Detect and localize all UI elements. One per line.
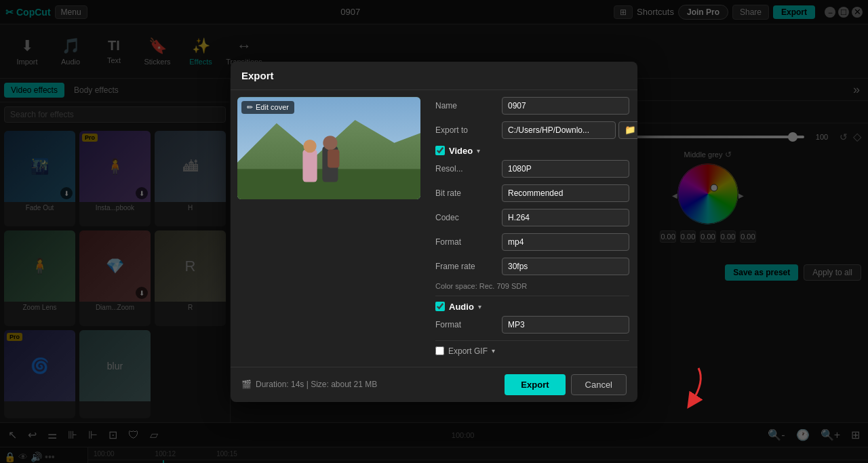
audio-checkbox[interactable] — [435, 302, 445, 311]
name-input[interactable] — [502, 97, 629, 115]
duration-size-text: Duration: 14s | Size: about 21 MB — [256, 380, 377, 389]
modal-title: Export — [241, 70, 274, 81]
svg-point-12 — [323, 136, 337, 150]
video-section-label[interactable]: Video — [449, 146, 473, 156]
export-modal: Export — [231, 62, 637, 402]
audio-section-header: Audio ▾ — [435, 302, 629, 312]
gif-chevron-icon: ▾ — [492, 347, 495, 355]
codec-select[interactable]: H.264 H.265 — [502, 209, 629, 226]
audio-format-select[interactable]: MP3 AAC — [502, 316, 629, 334]
export-path-input[interactable] — [502, 121, 616, 139]
red-arrow-indicator — [665, 361, 719, 416]
svg-point-10 — [303, 139, 316, 152]
codec-row: Codec H.264 H.265 — [435, 209, 629, 226]
resolution-row: Resol... 1080P 720P 4K — [435, 160, 629, 178]
bitrate-select[interactable]: Recommended Low High — [502, 184, 629, 202]
video-chevron-icon: ▾ — [477, 147, 480, 155]
bitrate-label: Bit rate — [435, 188, 496, 198]
video-checkbox[interactable] — [435, 146, 445, 155]
resolution-label: Resol... — [435, 164, 496, 174]
preview-image: ✏ Edit cover — [237, 97, 420, 200]
divider-1 — [435, 296, 629, 296]
framerate-label: Frame rate — [435, 262, 496, 271]
bitrate-row: Bit rate Recommended Low High — [435, 184, 629, 202]
cancel-button[interactable]: Cancel — [571, 374, 627, 395]
modal-footer: 🎬 Duration: 14s | Size: about 21 MB Expo… — [231, 367, 637, 402]
export-button[interactable]: Export — [505, 374, 565, 395]
export-path-container: 📁 — [502, 121, 637, 139]
audio-section-label[interactable]: Audio — [449, 302, 474, 312]
audio-format-row: Format MP3 AAC — [435, 316, 629, 334]
modal-form: Name Export to 📁 Video ▾ — [427, 90, 637, 367]
gif-row: Export GIF ▾ — [435, 346, 629, 356]
modal-header: Export — [231, 62, 637, 90]
edit-icon: ✏ — [247, 103, 253, 112]
edit-cover-label: Edit cover — [256, 103, 289, 111]
footer-info: 🎬 Duration: 14s | Size: about 21 MB — [241, 380, 377, 389]
footer-buttons: Export Cancel — [505, 374, 627, 395]
modal-overlay: Export — [0, 0, 868, 463]
color-space-note: Color space: Rec. 709 SDR — [435, 282, 629, 290]
framerate-row: Frame rate 30fps 24fps 60fps — [435, 258, 629, 275]
edit-cover-button[interactable]: ✏ Edit cover — [241, 101, 294, 114]
format-select[interactable]: mp4 mov avi — [502, 233, 629, 251]
format-row: Format mp4 mov avi — [435, 233, 629, 251]
film-icon: 🎬 — [241, 380, 252, 389]
modal-preview: ✏ Edit cover — [231, 90, 427, 367]
svg-rect-9 — [302, 149, 317, 182]
name-label: Name — [435, 101, 496, 110]
svg-rect-13 — [328, 149, 339, 167]
codec-label: Codec — [435, 213, 496, 222]
name-row: Name — [435, 97, 629, 115]
export-to-row: Export to 📁 — [435, 121, 629, 139]
resolution-select[interactable]: 1080P 720P 4K — [502, 160, 629, 178]
modal-body: ✏ Edit cover Name Export to 📁 — [231, 90, 637, 367]
gif-checkbox[interactable] — [435, 346, 444, 355]
export-to-label: Export to — [435, 125, 496, 135]
framerate-select[interactable]: 30fps 24fps 60fps — [502, 258, 629, 275]
audio-chevron-icon: ▾ — [478, 303, 481, 310]
gif-label[interactable]: Export GIF — [448, 346, 488, 356]
browse-button[interactable]: 📁 — [618, 121, 637, 139]
format-label: Format — [435, 237, 496, 247]
video-section-header: Video ▾ — [435, 146, 629, 156]
divider-2 — [435, 340, 629, 341]
audio-format-label: Format — [435, 320, 496, 329]
